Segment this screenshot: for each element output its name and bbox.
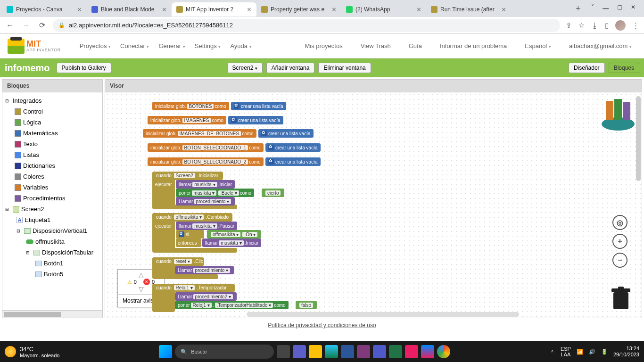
- init-global-block[interactable]: inicializar glob. IMAGENES como: [148, 116, 226, 124]
- add-screen-button[interactable]: Añadir ventana: [266, 63, 315, 73]
- palette-tree[interactable]: ⊟ Integrados Control Lógica Matemáticas …: [2, 92, 102, 310]
- back-button[interactable]: ←: [5, 20, 15, 31]
- browser-tab[interactable]: Proyectos - Canva✕: [2, 2, 87, 16]
- warn-down-icon[interactable]: ▽: [139, 285, 144, 293]
- create-list-block[interactable]: crear una lista vacía: [265, 157, 321, 166]
- tab-close-icon[interactable]: ✕: [501, 6, 506, 13]
- tray-chevron-icon[interactable]: ＾: [550, 348, 555, 355]
- tab-close-icon[interactable]: ✕: [162, 6, 167, 13]
- init-global-block[interactable]: inicializar glob. BOTONES como: [152, 102, 229, 110]
- paint-icon[interactable]: [405, 345, 418, 358]
- trash-icon[interactable]: [611, 287, 631, 310]
- share-icon[interactable]: ⇪: [566, 21, 572, 30]
- target-button[interactable]: ◎: [612, 215, 627, 230]
- taskbar-search[interactable]: 🔍Buscar: [175, 345, 274, 359]
- new-tab-button[interactable]: +: [571, 2, 585, 15]
- component-item[interactable]: offmusikita: [2, 236, 102, 247]
- tab-close-icon[interactable]: ✕: [416, 6, 421, 13]
- chrome-icon[interactable]: [437, 345, 450, 358]
- call-proc-block[interactable]: Llamar procedimiento2 ▾: [175, 292, 237, 301]
- reload-button[interactable]: ⟳: [37, 20, 47, 31]
- canvas-hscroll[interactable]: [247, 312, 519, 317]
- create-list-block[interactable]: crear una lista vacía: [258, 129, 314, 138]
- logic-block[interactable]: cierto: [262, 189, 284, 197]
- browser-tab[interactable]: Run Time Issue (after✕: [426, 2, 511, 16]
- menu-link[interactable]: Mis proyectos: [300, 42, 347, 49]
- menu-link[interactable]: Guía: [404, 42, 427, 49]
- delete-screen-button[interactable]: Eliminar ventana: [318, 63, 371, 73]
- excel-icon[interactable]: [389, 345, 402, 358]
- battery-icon[interactable]: 🔋: [601, 349, 608, 355]
- if-block[interactable]: si: [176, 230, 204, 239]
- publish-button[interactable]: Publish to Gallery: [57, 63, 111, 73]
- menu-link[interactable]: View Trash: [356, 42, 396, 49]
- blocks-button[interactable]: Bloques: [609, 63, 639, 73]
- call-block[interactable]: llamar musikita ▾ .Iniciar: [202, 239, 261, 247]
- component-item[interactable]: ⊟ DisposiciónTabular: [2, 247, 102, 258]
- create-list-block[interactable]: crear una lista vacía: [265, 143, 321, 152]
- browser-tab[interactable]: MIT App Inventor 2✕: [172, 2, 256, 16]
- component-item[interactable]: Botón5: [2, 269, 102, 280]
- menu-item[interactable]: Generar ▾: [154, 42, 190, 49]
- forward-button[interactable]: →: [21, 20, 31, 31]
- zoom-in-button[interactable]: +: [612, 234, 627, 249]
- menu-icon[interactable]: ⋮: [632, 21, 639, 30]
- mit-logo[interactable]: MITAPP INVENTOR: [8, 39, 61, 54]
- blocks-canvas[interactable]: ◎ + − △ ⚠0 ✕0 ▽ Mostrar avisos: [105, 92, 642, 318]
- set-block[interactable]: poner Reloj1 ▾ . .TemporizadorHabilitado…: [175, 301, 289, 309]
- init-global-block[interactable]: inicializar glob. IMAGENES_DE_BOTONES co…: [143, 129, 256, 138]
- category-item[interactable]: Colores: [2, 171, 102, 182]
- init-global-block[interactable]: inicializar glob. BOTON_SELECCIONADO_1 c…: [148, 143, 264, 152]
- component-item[interactable]: Botón1: [2, 258, 102, 269]
- lang-code[interactable]: ESP: [561, 346, 571, 352]
- taskview-icon[interactable]: [277, 345, 290, 358]
- set-block[interactable]: poner musikita ▾ .Bucle ▾ como: [176, 189, 254, 197]
- browser-tab[interactable]: Property getter was e✕: [256, 2, 341, 16]
- init-global-block[interactable]: inicializar glob. BOTON_SELECCIONADO_2 c…: [148, 157, 264, 166]
- call-proc-block[interactable]: Llamar procedimiento ▾: [176, 197, 235, 206]
- category-item[interactable]: Control: [2, 106, 102, 117]
- call-block[interactable]: llamar musikita ▾ .Iniciar: [176, 180, 235, 189]
- teams-icon[interactable]: [373, 345, 386, 358]
- category-item[interactable]: Lógica: [2, 117, 102, 128]
- menu-item[interactable]: Settings ▾: [190, 42, 226, 49]
- getter-block[interactable]: offmusikita ▾ .On ▾: [207, 230, 261, 239]
- category-item[interactable]: Dictionaries: [2, 160, 102, 171]
- wifi-icon[interactable]: 📶: [577, 349, 583, 355]
- menu-item[interactable]: Conectar ▾: [116, 42, 154, 49]
- explorer-icon[interactable]: [309, 345, 322, 358]
- reading-list-icon[interactable]: ▯: [605, 21, 609, 30]
- screen-dropdown[interactable]: Screen2 ▾: [227, 63, 263, 73]
- screen-node[interactable]: ⊟ Screen2: [2, 204, 102, 214]
- create-list-block[interactable]: crear una lista vacía: [228, 116, 283, 124]
- tab-close-icon[interactable]: ✕: [247, 6, 252, 13]
- chevron-down-icon[interactable]: ˅: [591, 4, 594, 14]
- component-item[interactable]: A Etiqueta1: [2, 214, 102, 225]
- call-block[interactable]: llamar musikita ▾ .Pausar: [176, 222, 237, 230]
- account-dropdown[interactable]: albachax@gmail.com ▾: [564, 42, 636, 49]
- minimize-icon[interactable]: ─: [603, 4, 609, 14]
- onenote-icon[interactable]: [357, 345, 370, 358]
- category-item[interactable]: Texto: [2, 139, 102, 149]
- palette-hscroll[interactable]: [2, 310, 102, 318]
- download-icon[interactable]: ⭳: [591, 21, 598, 29]
- bookmark-icon[interactable]: ☆: [578, 21, 585, 30]
- profile-avatar[interactable]: [615, 20, 626, 31]
- zoom-out-button[interactable]: −: [612, 253, 627, 268]
- edge-icon[interactable]: [325, 345, 338, 358]
- canvas-vscroll[interactable]: [636, 96, 641, 181]
- warn-up-icon[interactable]: △: [139, 271, 144, 279]
- start-button[interactable]: [159, 345, 172, 358]
- volume-icon[interactable]: 🔊: [589, 349, 595, 355]
- menu-link[interactable]: Informar de un problema: [435, 42, 512, 49]
- category-item[interactable]: Procedimientos: [2, 193, 102, 204]
- clock[interactable]: 13:2429/10/2023: [613, 346, 639, 357]
- tab-close-icon[interactable]: ✕: [77, 6, 82, 13]
- privacy-link[interactable]: Política de privacidad y condiciones de …: [268, 322, 376, 329]
- maximize-icon[interactable]: ▢: [617, 4, 622, 14]
- word-icon[interactable]: [341, 345, 354, 358]
- chat-icon[interactable]: [293, 345, 306, 358]
- backpack-icon[interactable]: [599, 98, 637, 131]
- menu-item[interactable]: Ayuda ▾: [225, 42, 256, 49]
- call-proc-block[interactable]: Llamar procedimiento ▾: [175, 266, 234, 274]
